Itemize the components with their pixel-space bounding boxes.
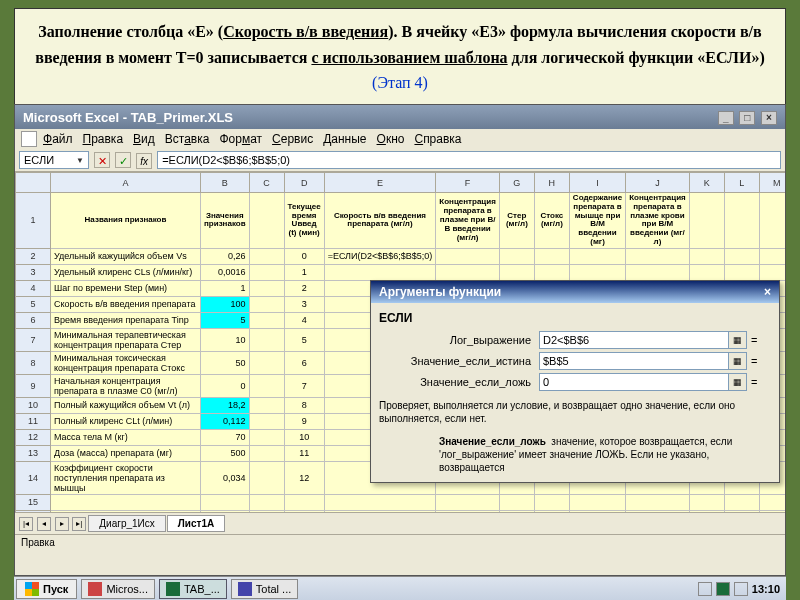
dialog-titlebar: Аргументы функции ×: [371, 281, 779, 303]
arg-input-1[interactable]: [539, 352, 729, 370]
tab-next-icon[interactable]: ▸: [55, 517, 69, 531]
tab-nav: |◂ ◂ ▸ ▸|: [19, 517, 87, 531]
menu-view[interactable]: Вид: [133, 132, 155, 146]
close-button[interactable]: ×: [761, 111, 777, 125]
arg-label: Значение_если_истина: [379, 355, 539, 367]
menu-format[interactable]: Формат: [219, 132, 262, 146]
tab-first-icon[interactable]: |◂: [19, 517, 33, 531]
menu-window[interactable]: Окно: [377, 132, 405, 146]
slide-caption: Заполнение столбца «Е» (Скорость в/в вве…: [14, 8, 786, 107]
system-tray: 13:10: [692, 582, 786, 596]
status-bar: Правка: [15, 534, 785, 550]
formula-buttons: ✕ ✓ fx: [93, 152, 153, 169]
cancel-icon[interactable]: ✕: [94, 152, 110, 168]
arg-input-2[interactable]: [539, 373, 729, 391]
save-icon[interactable]: [716, 582, 730, 596]
dialog-close-icon[interactable]: ×: [764, 285, 771, 299]
menu-help[interactable]: Справка: [414, 132, 461, 146]
taskbar-button[interactable]: Total ...: [231, 579, 298, 599]
tab-prev-icon[interactable]: ◂: [37, 517, 51, 531]
taskbar-button[interactable]: TAB_...: [159, 579, 227, 599]
function-arguments-dialog: Аргументы функции × ЕСЛИ Лог_выражение▦=…: [370, 280, 780, 483]
windows-icon: [25, 582, 39, 596]
fx-icon[interactable]: fx: [136, 153, 152, 169]
name-box[interactable]: ЕСЛИ▼: [19, 151, 89, 169]
menu-insert[interactable]: Вставка: [165, 132, 210, 146]
titlebar: Microsoft Excel - TAB_Primer.XLS _ □ ×: [15, 105, 785, 129]
sheet-tab-list1a[interactable]: Лист1А: [167, 515, 225, 532]
maximize-button[interactable]: □: [739, 111, 755, 125]
tab-last-icon[interactable]: ▸|: [72, 517, 86, 531]
range-select-icon[interactable]: ▦: [729, 331, 747, 349]
formula-bar: ЕСЛИ▼ ✕ ✓ fx =ЕСЛИ(D2<$B$6;$B$5;0): [15, 149, 785, 172]
enter-icon[interactable]: ✓: [115, 152, 131, 168]
app-icon: [166, 582, 180, 596]
taskbar: Пуск Micros...TAB_...Total ... 13:10: [14, 576, 786, 600]
app-icon: [88, 582, 102, 596]
function-name: ЕСЛИ: [379, 311, 771, 325]
formula-input[interactable]: =ЕСЛИ(D2<$B$6;$B$5;0): [157, 151, 781, 169]
arg-label: Лог_выражение: [379, 334, 539, 346]
menu-file[interactable]: Файл: [43, 132, 73, 146]
function-description: Проверяет, выполняется ли условие, и воз…: [379, 399, 771, 425]
arg-input-0[interactable]: [539, 331, 729, 349]
tray-icon[interactable]: [698, 582, 712, 596]
app-icon: [21, 131, 37, 147]
arg-label: Значение_если_ложь: [379, 376, 539, 388]
clock: 13:10: [752, 583, 780, 595]
argument-description: Значение_если_ложь значение, которое воз…: [379, 435, 771, 474]
minimize-button[interactable]: _: [718, 111, 734, 125]
range-select-icon[interactable]: ▦: [729, 373, 747, 391]
start-button[interactable]: Пуск: [16, 579, 77, 599]
tray-icon-2[interactable]: [734, 582, 748, 596]
app-icon: [238, 582, 252, 596]
menubar: Файл Правка Вид Вставка Формат Сервис Да…: [15, 129, 785, 149]
menu-edit[interactable]: Правка: [83, 132, 124, 146]
menu-service[interactable]: Сервис: [272, 132, 313, 146]
range-select-icon[interactable]: ▦: [729, 352, 747, 370]
sheet-tab-diagr[interactable]: Диагр_1Исх: [88, 515, 165, 532]
sheet-tabs: |◂ ◂ ▸ ▸| Диагр_1Исх Лист1А: [15, 512, 785, 534]
window-control-buttons: _ □ ×: [716, 109, 777, 125]
app-title: Microsoft Excel - TAB_Primer.XLS: [23, 110, 233, 125]
dropdown-icon[interactable]: ▼: [76, 156, 84, 165]
taskbar-button[interactable]: Micros...: [81, 579, 155, 599]
menu-data[interactable]: Данные: [323, 132, 366, 146]
